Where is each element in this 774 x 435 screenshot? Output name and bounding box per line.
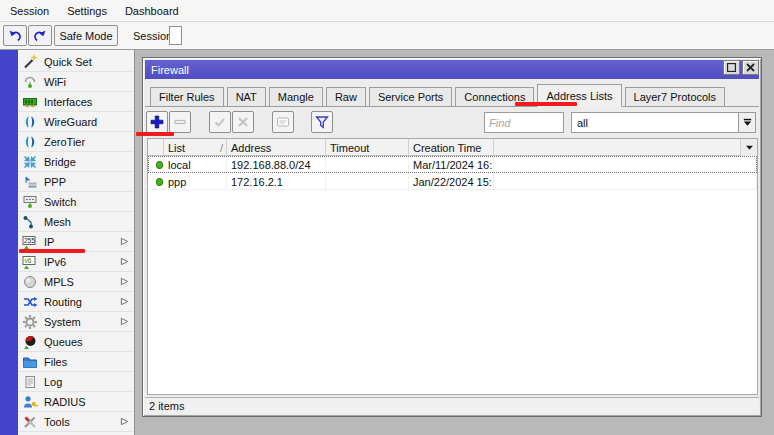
menu-session[interactable]: Session [1, 2, 58, 20]
sidebar-item-bridge[interactable]: Bridge [18, 152, 134, 172]
dropdown-arrow-button[interactable] [738, 113, 755, 132]
tab-service-ports[interactable]: Service Ports [369, 87, 452, 106]
sidebar-item-radius[interactable]: RADIUS [18, 392, 134, 412]
submenu-arrow-icon [120, 417, 129, 426]
filter-funnel-icon [315, 115, 329, 129]
sidebar-item-interfaces[interactable]: Interfaces [18, 92, 134, 112]
close-icon [746, 63, 755, 72]
header-dropdown-icon [745, 143, 754, 152]
column-header-list[interactable]: List / [164, 139, 227, 156]
sidebar-item-label: RADIUS [44, 396, 86, 408]
sidebar-item-log[interactable]: Log [18, 372, 134, 392]
maximize-button[interactable] [723, 60, 740, 75]
sidebar-item-label: WiFi [44, 76, 66, 88]
sidebar-item-ppp[interactable]: PPP [18, 172, 134, 192]
cell-timeout [326, 173, 409, 190]
sidebar: Quick Set WiFi Interfaces [18, 50, 135, 435]
firewall-window: Firewall Filter Rules NAT Mangle Raw Ser… [142, 57, 762, 417]
zerotier-icon [22, 134, 38, 150]
bridge-icon [22, 154, 38, 170]
sidebar-item-label: Log [44, 376, 62, 388]
cell-list: local [164, 156, 227, 173]
undo-icon [7, 28, 23, 44]
sidebar-item-label: Switch [44, 196, 76, 208]
sidebar-item-wireguard[interactable]: WireGuard [18, 112, 134, 132]
check-icon [213, 115, 227, 129]
comment-button [272, 111, 294, 133]
tab-nat[interactable]: NAT [227, 87, 266, 106]
status-dot-icon [156, 178, 163, 186]
menu-settings[interactable]: Settings [58, 2, 116, 20]
sidebar-item-label: Quick Set [44, 56, 92, 68]
sidebar-item-label: MPLS [44, 276, 74, 288]
sidebar-item-label: PPP [44, 176, 66, 188]
close-button[interactable] [742, 60, 759, 75]
annotation-underline-address-lists-tab [515, 102, 577, 106]
sidebar-item-label: IPv6 [44, 256, 66, 268]
submenu-arrow-icon [120, 277, 129, 286]
submenu-arrow-icon [120, 237, 129, 246]
column-menu-button[interactable] [741, 139, 757, 156]
sidebar-item-label: ZeroTier [44, 136, 85, 148]
undo-button[interactable] [3, 25, 27, 46]
menu-dashboard[interactable]: Dashboard [116, 2, 188, 20]
filter-button[interactable] [311, 111, 333, 133]
sidebar-item-switch[interactable]: Switch [18, 192, 134, 212]
find-input[interactable] [484, 112, 564, 133]
table-row[interactable]: ppp 172.16.2.1 Jan/22/2024 15:... [148, 173, 757, 190]
sidebar-item-tools[interactable]: Tools [18, 412, 134, 432]
sidebar-item-label: Routing [44, 296, 82, 308]
session-field[interactable] [169, 26, 182, 45]
status-dot-icon [156, 161, 163, 169]
window-titlebar[interactable]: Firewall [145, 60, 759, 79]
tab-raw[interactable]: Raw [326, 87, 366, 106]
column-header-filler [494, 139, 741, 156]
column-header-timeout[interactable]: Timeout [326, 139, 409, 156]
cell-creation-time: Mar/11/2024 16:... [409, 156, 494, 173]
wifi-icon [22, 74, 38, 90]
sidebar-item-label: Files [44, 356, 67, 368]
sidebar-item-wifi[interactable]: WiFi [18, 72, 134, 92]
tab-layer7-protocols[interactable]: Layer7 Protocols [625, 87, 726, 106]
sidebar-item-label: Queues [44, 336, 83, 348]
submenu-arrow-icon [120, 297, 129, 306]
sidebar-item-mesh[interactable]: Mesh [18, 212, 134, 232]
list-filter-dropdown[interactable]: all [571, 112, 756, 133]
sidebar-item-files[interactable]: Files [18, 352, 134, 372]
sidebar-item-queues[interactable]: Queues [18, 332, 134, 352]
safe-mode-button[interactable]: Safe Mode [54, 25, 118, 46]
ipv6-icon: v6 [22, 254, 38, 270]
switch-icon [22, 194, 38, 210]
tab-mangle[interactable]: Mangle [269, 87, 323, 106]
sidebar-item-quick-set[interactable]: Quick Set [18, 52, 134, 72]
redo-button[interactable] [28, 25, 52, 46]
svg-text:v6: v6 [25, 257, 32, 264]
sidebar-item-label: Tools [44, 416, 70, 428]
radius-icon [22, 394, 38, 410]
sidebar-item-routing[interactable]: Routing [18, 292, 134, 312]
table-header-row: List / Address Timeout Creation Time [148, 139, 757, 156]
mpls-icon [22, 274, 38, 290]
sidebar-item-mpls[interactable]: MPLS [18, 272, 134, 292]
sidebar-item-ipv6[interactable]: v6 IPv6 [18, 252, 134, 272]
sidebar-item-label: Bridge [44, 156, 76, 168]
sidebar-item-zerotier[interactable]: ZeroTier [18, 132, 134, 152]
plus-icon [150, 115, 164, 129]
cell-address: 192.168.88.0/24 [227, 156, 326, 173]
window-status-bar: 2 items [145, 397, 759, 414]
cell-address: 172.16.2.1 [227, 173, 326, 190]
sidebar-item-system[interactable]: System [18, 312, 134, 332]
column-header-address[interactable]: Address [227, 139, 326, 156]
table-row[interactable]: local 192.168.88.0/24 Mar/11/2024 16:... [148, 156, 757, 173]
tab-bar: Filter Rules NAT Mangle Raw Service Port… [145, 83, 759, 107]
routing-icon [22, 294, 38, 310]
column-header-creation-time[interactable]: Creation Time [409, 139, 494, 156]
sidebar-item-label: IP [44, 236, 54, 248]
svg-text:255: 255 [24, 237, 35, 244]
add-button[interactable] [146, 111, 168, 133]
sidebar-item-label: WireGuard [44, 116, 97, 128]
annotation-underline-ip-menu [19, 249, 85, 253]
sidebar-item-label: System [44, 316, 81, 328]
ip-icon: 255 [22, 234, 38, 250]
tab-filter-rules[interactable]: Filter Rules [150, 87, 224, 106]
